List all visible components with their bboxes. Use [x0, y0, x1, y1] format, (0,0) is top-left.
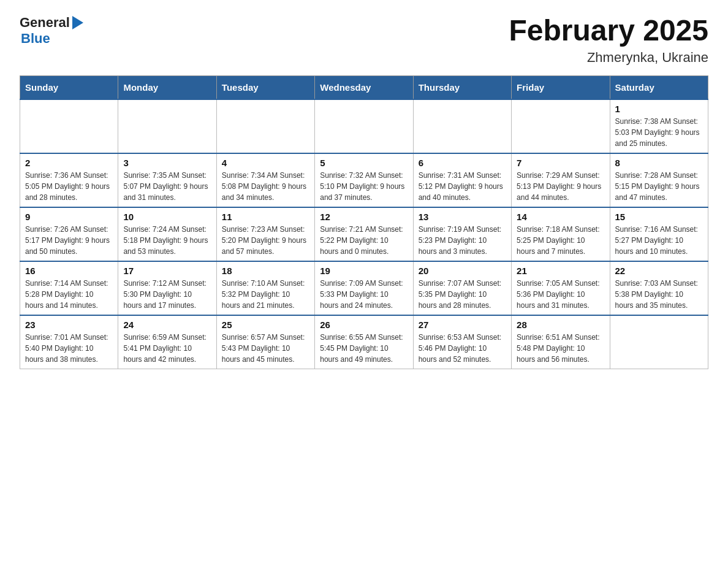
- day-info: Sunrise: 7:12 AM Sunset: 5:30 PM Dayligh…: [123, 278, 211, 311]
- day-number: 16: [25, 266, 113, 276]
- day-number: 21: [517, 266, 604, 276]
- calendar-header-saturday: Saturday: [610, 75, 708, 99]
- calendar-cell: 19Sunrise: 7:09 AM Sunset: 5:33 PM Dayli…: [315, 261, 413, 315]
- day-number: 7: [517, 158, 604, 168]
- calendar-week-row: 1Sunrise: 7:38 AM Sunset: 5:03 PM Daylig…: [20, 99, 708, 153]
- calendar-cell: 28Sunrise: 6:51 AM Sunset: 5:48 PM Dayli…: [512, 315, 610, 369]
- day-info: Sunrise: 7:05 AM Sunset: 5:36 PM Dayligh…: [517, 278, 604, 311]
- day-number: 6: [419, 158, 506, 168]
- logo-blue-text: Blue: [21, 31, 50, 47]
- day-info: Sunrise: 7:36 AM Sunset: 5:05 PM Dayligh…: [25, 170, 113, 203]
- calendar-header-friday: Friday: [512, 75, 610, 99]
- calendar-cell: 13Sunrise: 7:19 AM Sunset: 5:23 PM Dayli…: [413, 207, 511, 261]
- day-info: Sunrise: 7:29 AM Sunset: 5:13 PM Dayligh…: [517, 170, 604, 203]
- day-info: Sunrise: 7:16 AM Sunset: 5:27 PM Dayligh…: [615, 224, 703, 257]
- day-number: 25: [222, 320, 309, 330]
- calendar-week-row: 16Sunrise: 7:14 AM Sunset: 5:28 PM Dayli…: [20, 261, 708, 315]
- calendar-cell: 14Sunrise: 7:18 AM Sunset: 5:25 PM Dayli…: [512, 207, 610, 261]
- calendar-cell: 17Sunrise: 7:12 AM Sunset: 5:30 PM Dayli…: [118, 261, 216, 315]
- calendar-cell: 15Sunrise: 7:16 AM Sunset: 5:27 PM Dayli…: [610, 207, 708, 261]
- calendar-cell: 6Sunrise: 7:31 AM Sunset: 5:12 PM Daylig…: [413, 153, 511, 207]
- calendar-week-row: 9Sunrise: 7:26 AM Sunset: 5:17 PM Daylig…: [20, 207, 708, 261]
- calendar-subtitle: Zhmerynka, Ukraine: [509, 50, 708, 66]
- day-info: Sunrise: 7:23 AM Sunset: 5:20 PM Dayligh…: [222, 224, 309, 257]
- day-number: 2: [25, 158, 113, 168]
- day-info: Sunrise: 6:55 AM Sunset: 5:45 PM Dayligh…: [320, 332, 408, 365]
- calendar-cell: 1Sunrise: 7:38 AM Sunset: 5:03 PM Daylig…: [610, 99, 708, 153]
- calendar-cell: 4Sunrise: 7:34 AM Sunset: 5:08 PM Daylig…: [216, 153, 314, 207]
- day-info: Sunrise: 6:57 AM Sunset: 5:43 PM Dayligh…: [222, 332, 309, 365]
- calendar-cell: [610, 315, 708, 369]
- calendar-cell: 12Sunrise: 7:21 AM Sunset: 5:22 PM Dayli…: [315, 207, 413, 261]
- calendar-title: February 2025: [509, 15, 708, 47]
- calendar-header-thursday: Thursday: [413, 75, 511, 99]
- calendar-cell: 23Sunrise: 7:01 AM Sunset: 5:40 PM Dayli…: [20, 315, 118, 369]
- day-number: 28: [517, 320, 604, 330]
- calendar-cell: [315, 99, 413, 153]
- calendar-table: SundayMondayTuesdayWednesdayThursdayFrid…: [20, 75, 708, 369]
- day-number: 14: [517, 212, 604, 222]
- day-number: 26: [320, 320, 408, 330]
- calendar-cell: 11Sunrise: 7:23 AM Sunset: 5:20 PM Dayli…: [216, 207, 314, 261]
- calendar-cell: 22Sunrise: 7:03 AM Sunset: 5:38 PM Dayli…: [610, 261, 708, 315]
- day-number: 19: [320, 266, 408, 276]
- calendar-cell: 9Sunrise: 7:26 AM Sunset: 5:17 PM Daylig…: [20, 207, 118, 261]
- calendar-cell: 2Sunrise: 7:36 AM Sunset: 5:05 PM Daylig…: [20, 153, 118, 207]
- day-number: 10: [123, 212, 211, 222]
- calendar-header-sunday: Sunday: [20, 75, 118, 99]
- calendar-header-monday: Monday: [118, 75, 216, 99]
- calendar-cell: 24Sunrise: 6:59 AM Sunset: 5:41 PM Dayli…: [118, 315, 216, 369]
- day-number: 11: [222, 212, 309, 222]
- day-number: 4: [222, 158, 309, 168]
- day-info: Sunrise: 7:28 AM Sunset: 5:15 PM Dayligh…: [615, 170, 703, 203]
- day-number: 20: [419, 266, 506, 276]
- day-info: Sunrise: 7:24 AM Sunset: 5:18 PM Dayligh…: [123, 224, 211, 257]
- calendar-cell: 8Sunrise: 7:28 AM Sunset: 5:15 PM Daylig…: [610, 153, 708, 207]
- day-number: 17: [123, 266, 211, 276]
- day-number: 23: [25, 320, 113, 330]
- page-header: General Blue February 2025 Zhmerynka, Uk…: [20, 15, 708, 66]
- day-info: Sunrise: 7:14 AM Sunset: 5:28 PM Dayligh…: [25, 278, 113, 311]
- day-number: 15: [615, 212, 703, 222]
- day-info: Sunrise: 7:21 AM Sunset: 5:22 PM Dayligh…: [320, 224, 408, 257]
- calendar-cell: 25Sunrise: 6:57 AM Sunset: 5:43 PM Dayli…: [216, 315, 314, 369]
- calendar-cell: 3Sunrise: 7:35 AM Sunset: 5:07 PM Daylig…: [118, 153, 216, 207]
- calendar-cell: [216, 99, 314, 153]
- calendar-week-row: 23Sunrise: 7:01 AM Sunset: 5:40 PM Dayli…: [20, 315, 708, 369]
- calendar-cell: [118, 99, 216, 153]
- day-number: 13: [419, 212, 506, 222]
- day-info: Sunrise: 7:31 AM Sunset: 5:12 PM Dayligh…: [419, 170, 506, 203]
- calendar-cell: 16Sunrise: 7:14 AM Sunset: 5:28 PM Dayli…: [20, 261, 118, 315]
- calendar-cell: 18Sunrise: 7:10 AM Sunset: 5:32 PM Dayli…: [216, 261, 314, 315]
- calendar-cell: 26Sunrise: 6:55 AM Sunset: 5:45 PM Dayli…: [315, 315, 413, 369]
- calendar-cell: 27Sunrise: 6:53 AM Sunset: 5:46 PM Dayli…: [413, 315, 511, 369]
- day-number: 5: [320, 158, 408, 168]
- day-info: Sunrise: 7:19 AM Sunset: 5:23 PM Dayligh…: [419, 224, 506, 257]
- logo: General Blue: [20, 15, 83, 47]
- day-info: Sunrise: 7:38 AM Sunset: 5:03 PM Dayligh…: [615, 116, 703, 149]
- day-info: Sunrise: 7:34 AM Sunset: 5:08 PM Dayligh…: [222, 170, 309, 203]
- day-number: 18: [222, 266, 309, 276]
- day-number: 1: [615, 104, 703, 114]
- day-info: Sunrise: 7:07 AM Sunset: 5:35 PM Dayligh…: [419, 278, 506, 311]
- day-info: Sunrise: 6:51 AM Sunset: 5:48 PM Dayligh…: [517, 332, 604, 365]
- day-info: Sunrise: 7:03 AM Sunset: 5:38 PM Dayligh…: [615, 278, 703, 311]
- title-section: February 2025 Zhmerynka, Ukraine: [509, 15, 708, 66]
- day-info: Sunrise: 7:32 AM Sunset: 5:10 PM Dayligh…: [320, 170, 408, 203]
- day-number: 12: [320, 212, 408, 222]
- calendar-cell: 21Sunrise: 7:05 AM Sunset: 5:36 PM Dayli…: [512, 261, 610, 315]
- logo-triangle-icon: [72, 16, 83, 29]
- day-info: Sunrise: 7:09 AM Sunset: 5:33 PM Dayligh…: [320, 278, 408, 311]
- calendar-cell: [512, 99, 610, 153]
- day-info: Sunrise: 6:53 AM Sunset: 5:46 PM Dayligh…: [419, 332, 506, 365]
- day-info: Sunrise: 6:59 AM Sunset: 5:41 PM Dayligh…: [123, 332, 211, 365]
- day-number: 3: [123, 158, 211, 168]
- day-number: 24: [123, 320, 211, 330]
- calendar-header-wednesday: Wednesday: [315, 75, 413, 99]
- calendar-week-row: 2Sunrise: 7:36 AM Sunset: 5:05 PM Daylig…: [20, 153, 708, 207]
- day-number: 8: [615, 158, 703, 168]
- day-info: Sunrise: 7:10 AM Sunset: 5:32 PM Dayligh…: [222, 278, 309, 311]
- calendar-header-row: SundayMondayTuesdayWednesdayThursdayFrid…: [20, 75, 708, 99]
- day-number: 9: [25, 212, 113, 222]
- calendar-cell: 5Sunrise: 7:32 AM Sunset: 5:10 PM Daylig…: [315, 153, 413, 207]
